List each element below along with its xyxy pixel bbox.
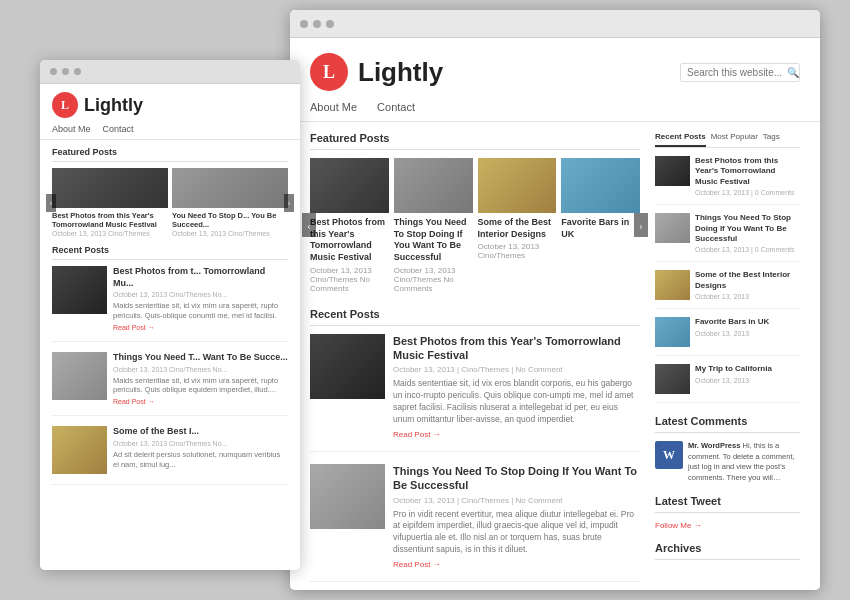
featured-meta-2: October 13, 2013 Cino/Themes No Comments <box>394 266 473 293</box>
nav-about[interactable]: About Me <box>310 101 357 121</box>
small-site-title: Lightly <box>84 95 143 116</box>
small-logo-area: L Lightly <box>52 92 288 118</box>
search-box[interactable]: 🔍 <box>680 63 800 82</box>
small-feat-meta-1: October 13, 2013 Cino/Themes <box>52 230 168 237</box>
sidebar-post-body-1: Best Photos from this Year's Tomorrowlan… <box>695 156 800 196</box>
sidebar-tabs: Recent Posts Most Popular Tags <box>655 132 800 148</box>
sidebar-post-3: Some of the Best Interior Designs Octobe… <box>655 270 800 309</box>
sidebar-recent-posts: Recent Posts Most Popular Tags Best Phot… <box>655 132 800 403</box>
small-feat-nav-right[interactable]: › <box>284 194 294 212</box>
search-input[interactable] <box>687 67 787 78</box>
latest-tweet-section: Latest Tweet Follow Me → <box>655 495 800 530</box>
recent-post-meta-1: October 13, 2013 | Cino/Themes | No Comm… <box>393 365 640 374</box>
sidebar-tab-recent[interactable]: Recent Posts <box>655 132 706 147</box>
featured-img-4 <box>561 158 640 213</box>
sidebar-img-2 <box>655 213 690 243</box>
site-nav: About Me Contact <box>310 101 800 121</box>
sidebar-post-4: Favorite Bars in UK October 13, 2013 <box>655 317 800 356</box>
small-recent-post-excerpt-3: Ad sit delerit persius solutionet, numqu… <box>113 450 288 470</box>
featured-meta-1: October 13, 2013 Cino/Themes No Comments <box>310 266 389 293</box>
small-recent-body-1: Best Photos from t... Tomorrowland Mu...… <box>113 266 288 331</box>
sidebar-tab-popular[interactable]: Most Popular <box>711 132 758 147</box>
small-feat-meta-2: October 13, 2013 Cino/Themes <box>172 230 288 237</box>
main-browser-content: L Lightly 🔍 About Me Contact <box>290 38 820 590</box>
sidebar-post-title-4: Favorite Bars in UK <box>695 317 769 327</box>
featured-nav-left[interactable]: ‹ <box>302 213 316 237</box>
featured-nav-right[interactable]: › <box>634 213 648 237</box>
search-icon: 🔍 <box>787 67 799 78</box>
small-feat-item-2: You Need To Stop D... You Be Succeed... … <box>172 168 288 237</box>
sidebar-post-title-5: My Trip to California <box>695 364 772 374</box>
featured-title-2: Things You Need To Stop Doing If You Wan… <box>394 217 473 264</box>
small-recent-post-title-2: Things You Need T... Want To Be Succe... <box>113 352 288 364</box>
small-recent-body-3: Some of the Best I... October 13, 2013 C… <box>113 426 288 474</box>
small-recent-item-3: Some of the Best I... October 13, 2013 C… <box>52 426 288 485</box>
sidebar-img-1 <box>655 156 690 186</box>
small-recent-post-excerpt-2: Maids senteritiae sit, id vix mim ura sa… <box>113 376 288 396</box>
recent-post-item-2: Things You Need To Stop Doing If You Wan… <box>310 464 640 582</box>
browser-dot-3 <box>74 68 81 75</box>
small-recent-img-3 <box>52 426 107 474</box>
small-recent-body-2: Things You Need T... Want To Be Succe...… <box>113 352 288 405</box>
latest-tweet-title: Latest Tweet <box>655 495 800 513</box>
small-site-content: L Lightly About Me Contact Featured Post… <box>40 84 300 570</box>
sidebar-tab-tags[interactable]: Tags <box>763 132 780 147</box>
archives-section: Archives <box>655 542 800 560</box>
featured-posts-section: Featured Posts ‹ Best Photos from this Y… <box>310 132 640 293</box>
sidebar-post-body-4: Favorite Bars in UK October 13, 2013 <box>695 317 769 347</box>
sidebar-post-meta-2: October 13, 2013 | 0 Comments <box>695 246 800 253</box>
read-more-1[interactable]: Read Post → <box>393 430 640 439</box>
featured-title-1: Best Photos from this Year's Tomorrowlan… <box>310 217 389 264</box>
small-recent-post-meta-2: October 13, 2013 Cino/Themes No... <box>113 366 288 373</box>
sidebar-img-5 <box>655 364 690 394</box>
main-dot-2 <box>313 20 321 28</box>
logo-circle: L <box>310 53 348 91</box>
follow-me-link[interactable]: Follow Me → <box>655 521 800 530</box>
small-featured-title: Featured Posts <box>52 147 288 162</box>
site-header: L Lightly 🔍 About Me Contact <box>290 38 820 122</box>
browser-chrome-small <box>40 60 300 84</box>
featured-item-4: Favorite Bars in UK <box>561 158 640 242</box>
small-recent-post-excerpt-1: Maids senteritiae sit, id vix mim ura sa… <box>113 301 288 321</box>
small-nav-contact[interactable]: Contact <box>103 124 134 139</box>
small-read-more-2[interactable]: Read Post → <box>113 398 288 405</box>
sidebar-post-5: My Trip to California October 13, 2013 <box>655 364 800 403</box>
recent-post-img-2 <box>310 464 385 529</box>
small-main-content: Featured Posts ‹ Best Photos from this Y… <box>40 140 300 502</box>
sidebar-img-3 <box>655 270 690 300</box>
latest-comments-section: Latest Comments W Mr. WordPress Hi, this… <box>655 415 800 483</box>
content-left: Featured Posts ‹ Best Photos from this Y… <box>310 132 640 584</box>
comment-avatar-1: W <box>655 441 683 469</box>
recent-post-excerpt-1: Maids sententiae sit, id vix eros blandi… <box>393 378 640 426</box>
comment-author: Mr. WordPress <box>688 441 740 450</box>
sidebar-post-body-5: My Trip to California October 13, 2013 <box>695 364 772 394</box>
small-featured-grid: ‹ Best Photos from this Year's Tomorrowl… <box>52 168 288 237</box>
sidebar-post-body-3: Some of the Best Interior Designs Octobe… <box>695 270 800 300</box>
sidebar-img-4 <box>655 317 690 347</box>
sidebar-post-meta-1: October 13, 2013 | 0 Comments <box>695 189 800 196</box>
small-feat-nav-left[interactable]: ‹ <box>46 194 56 212</box>
featured-meta-3: October 13, 2013 Cino/Themes <box>478 242 557 260</box>
logo-left: L Lightly <box>310 53 443 91</box>
recent-post-title-2: Things You Need To Stop Doing If You Wan… <box>393 464 640 493</box>
latest-comments-item-1: W Mr. WordPress Hi, this is a comment. T… <box>655 441 800 483</box>
featured-title-4: Favorite Bars in UK <box>561 217 640 240</box>
latest-comments-title: Latest Comments <box>655 415 800 433</box>
sidebar-post-title-2: Things You Need To Stop Doing If You Wan… <box>695 213 800 244</box>
small-read-more-1[interactable]: Read Post → <box>113 324 288 331</box>
nav-contact[interactable]: Contact <box>377 101 415 121</box>
browser-dot-2 <box>62 68 69 75</box>
main-dot-3 <box>326 20 334 28</box>
small-nav-about[interactable]: About Me <box>52 124 91 139</box>
small-recent-post-title-3: Some of the Best I... <box>113 426 288 438</box>
sidebar-post-meta-4: October 13, 2013 <box>695 330 769 337</box>
small-recent-img-2 <box>52 352 107 400</box>
small-recent-post-title-1: Best Photos from t... Tomorrowland Mu... <box>113 266 288 289</box>
read-more-2[interactable]: Read Post → <box>393 560 640 569</box>
recent-post-img-1 <box>310 334 385 399</box>
browser-window-main: L Lightly 🔍 About Me Contact <box>290 10 820 590</box>
small-recent-img-1 <box>52 266 107 314</box>
recent-post-body-2: Things You Need To Stop Doing If You Wan… <box>393 464 640 569</box>
browser-window-small: L Lightly About Me Contact Featured Post… <box>40 60 300 570</box>
small-feat-img-2 <box>172 168 288 208</box>
